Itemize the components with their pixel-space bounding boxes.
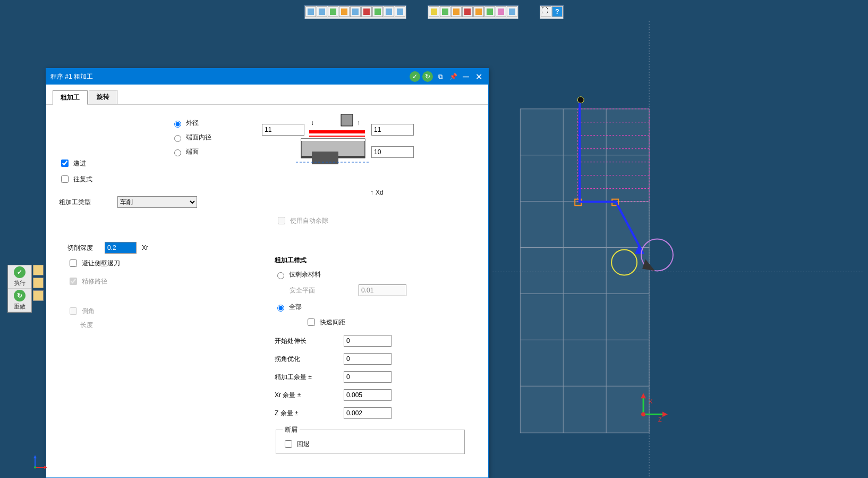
tb-icon[interactable] bbox=[484, 6, 495, 17]
face-radio-input[interactable] bbox=[174, 149, 181, 156]
remain-radio-input[interactable] bbox=[277, 272, 284, 279]
outer-radio[interactable]: 外径 bbox=[172, 119, 211, 128]
auto-clearance-input bbox=[278, 217, 285, 224]
mini-btn[interactable] bbox=[33, 290, 44, 301]
style-title: 粗加工样式 bbox=[275, 256, 466, 265]
rough-type-select[interactable]: 车削 bbox=[117, 196, 197, 208]
retract-input[interactable] bbox=[285, 440, 292, 448]
pin-icon[interactable]: 📌 bbox=[448, 71, 458, 82]
rough-type-row: 粗加工类型 车削 bbox=[59, 196, 240, 208]
all-radio[interactable]: 全部 bbox=[275, 303, 466, 312]
viewport-svg: X Z bbox=[489, 21, 868, 478]
chamfer-checkbox: 倒角 bbox=[67, 306, 240, 316]
xr-allow-input[interactable] bbox=[344, 389, 392, 401]
mini-btn[interactable] bbox=[33, 265, 44, 275]
avoid-wall-checkbox[interactable]: 避让侧壁退刀 bbox=[67, 258, 240, 269]
tb-icon[interactable] bbox=[328, 6, 338, 17]
viewport-3d[interactable]: X Z bbox=[489, 21, 868, 478]
outer-radio-label: 外径 bbox=[186, 119, 199, 128]
tab-rotate[interactable]: 旋转 bbox=[89, 90, 117, 104]
retract-checkbox[interactable]: 回退 bbox=[283, 439, 458, 449]
tb-icon[interactable] bbox=[372, 6, 383, 17]
tb-icon[interactable] bbox=[473, 6, 484, 17]
tb-icon[interactable] bbox=[451, 6, 462, 17]
tb-icon[interactable] bbox=[429, 6, 439, 17]
reciprocating-checkbox[interactable]: 往复式 bbox=[59, 174, 240, 185]
finish-path-label: 精修路径 bbox=[82, 277, 107, 286]
corner-opt-input[interactable] bbox=[344, 353, 392, 365]
reload-icon[interactable]: ↻ bbox=[422, 71, 433, 82]
dialog-title: 程序 #1 粗加工 bbox=[50, 72, 407, 81]
run-label: 执行 bbox=[8, 279, 31, 287]
avoid-wall-input[interactable] bbox=[70, 259, 77, 267]
cut-depth-input[interactable] bbox=[105, 242, 137, 254]
svg-text:↓: ↓ bbox=[311, 119, 314, 127]
chip-break-group: 断屑 回退 bbox=[276, 425, 465, 454]
xr-allow-label: Xr 余量 ± bbox=[275, 391, 338, 400]
finish-path-input bbox=[70, 278, 77, 285]
svg-text:↑: ↑ bbox=[357, 119, 360, 127]
svg-marker-38 bbox=[662, 412, 668, 417]
outer-radio-input[interactable] bbox=[174, 121, 181, 128]
redo-icon: ↻ bbox=[14, 290, 25, 301]
tb-icon[interactable] bbox=[317, 6, 327, 17]
fast-gap-checkbox[interactable]: 快速间距 bbox=[305, 317, 466, 328]
accept-icon[interactable]: ✓ bbox=[410, 71, 420, 82]
remain-radio-label: 仅剩余材料 bbox=[289, 270, 321, 279]
close-icon[interactable]: ✕ bbox=[473, 71, 484, 82]
tb-icon[interactable] bbox=[507, 6, 517, 17]
toolbar-group-1 bbox=[304, 5, 406, 19]
face-inner-radio-label: 端面内径 bbox=[186, 133, 211, 142]
help-icon[interactable]: ? bbox=[552, 6, 563, 17]
face-inner-radio-input[interactable] bbox=[174, 135, 181, 142]
start-ext-label: 开始处伸长 bbox=[275, 337, 338, 346]
progressive-checkbox[interactable]: 递进 bbox=[59, 158, 240, 169]
run-button[interactable]: ✓ 执行 bbox=[8, 265, 31, 289]
reciprocating-input[interactable] bbox=[61, 175, 69, 183]
tb-icon[interactable] bbox=[440, 6, 450, 17]
tab-roughing[interactable]: 粗加工 bbox=[53, 90, 88, 105]
minimize-icon[interactable]: — bbox=[461, 71, 471, 82]
tb-icon[interactable] bbox=[384, 6, 394, 17]
tb-icon[interactable] bbox=[361, 6, 372, 17]
all-radio-input[interactable] bbox=[277, 305, 284, 312]
mini-btn[interactable] bbox=[33, 278, 44, 288]
copy-icon[interactable]: ⧉ bbox=[435, 71, 446, 82]
z-allow-input[interactable] bbox=[344, 407, 392, 419]
tb-icon[interactable] bbox=[462, 6, 473, 17]
face-inner-radio[interactable]: 端面内径 bbox=[172, 133, 211, 142]
redo-button[interactable]: ↻ 重做 bbox=[8, 289, 31, 312]
tb-icon[interactable] bbox=[350, 6, 361, 17]
chip-break-legend: 断屑 bbox=[283, 425, 300, 434]
face-radio[interactable]: 端面 bbox=[172, 147, 211, 156]
corner-axis-icon bbox=[32, 455, 48, 471]
tb-icon[interactable] bbox=[496, 6, 506, 17]
roughing-dialog: 程序 #1 粗加工 ✓ ↻ ⧉ 📌 — ✕ 粗加工 旋转 递进 往复式 粗加工类… bbox=[46, 68, 489, 478]
tb-icon[interactable] bbox=[339, 6, 350, 17]
side-toolbar: ✓ 执行 ↻ 重做 bbox=[7, 265, 32, 313]
dialog-titlebar[interactable]: 程序 #1 粗加工 ✓ ↻ ⧉ 📌 — ✕ bbox=[46, 69, 488, 85]
svg-rect-3 bbox=[309, 130, 365, 133]
xd-label: Xd bbox=[370, 189, 384, 196]
finish-allow-label: 精加工余量 ± bbox=[275, 373, 338, 382]
svg-point-39 bbox=[641, 412, 645, 416]
expand-icon[interactable]: ⛶ bbox=[541, 6, 551, 17]
chamfer-input bbox=[70, 307, 77, 315]
finish-allow-input[interactable] bbox=[344, 371, 392, 383]
corner-opt-label: 拐角优化 bbox=[275, 355, 338, 364]
chamfer-label: 倒角 bbox=[82, 307, 95, 316]
fast-gap-input[interactable] bbox=[308, 318, 315, 326]
side-mini-toolbar bbox=[33, 265, 45, 303]
tb-icon[interactable] bbox=[395, 6, 405, 17]
dialog-tabs: 粗加工 旋转 bbox=[46, 85, 488, 105]
svg-marker-45 bbox=[44, 466, 47, 469]
svg-marker-43 bbox=[33, 455, 37, 458]
start-ext-input[interactable] bbox=[344, 335, 392, 347]
remain-radio[interactable]: 仅剩余材料 bbox=[275, 270, 466, 279]
progressive-input[interactable] bbox=[61, 160, 69, 167]
tb-icon[interactable] bbox=[305, 6, 316, 17]
length-label: 长度 bbox=[80, 321, 240, 330]
fast-gap-label: 快速间距 bbox=[320, 318, 345, 327]
toolbar-group-2 bbox=[428, 5, 518, 19]
face-radio-label: 端面 bbox=[186, 147, 199, 156]
